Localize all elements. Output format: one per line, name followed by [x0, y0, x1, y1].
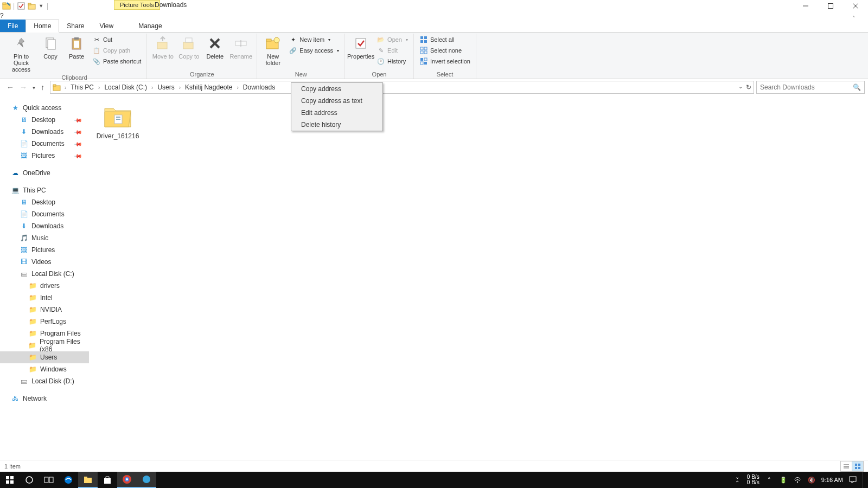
icons-view-button[interactable]: [852, 461, 864, 472]
up-button[interactable]: ↑: [41, 83, 44, 92]
back-button[interactable]: ←: [7, 83, 14, 92]
paste-button[interactable]: Paste: [64, 34, 89, 61]
wifi-icon[interactable]: [793, 477, 802, 483]
new-folder-button[interactable]: New folder: [260, 34, 285, 67]
tree-pc-pictures[interactable]: 🖼Pictures: [0, 244, 89, 256]
tree-pc-videos[interactable]: 🎞Videos: [0, 256, 89, 268]
chevron-right-icon[interactable]: ›: [97, 85, 101, 91]
move-to-button[interactable]: Move to: [150, 34, 175, 61]
help-icon[interactable]: ?: [0, 12, 4, 20]
tree-onedrive[interactable]: ☁OneDrive: [0, 167, 89, 179]
show-desktop-button[interactable]: [863, 472, 866, 488]
copy-path-button[interactable]: 📋Copy path: [90, 46, 143, 55]
tree-qa-desktop[interactable]: 🖥Desktop📌: [0, 114, 89, 126]
ribbon-collapse-icon[interactable]: ˄: [852, 15, 855, 21]
chevron-right-icon[interactable]: ›: [178, 85, 182, 91]
tree-c-drivers[interactable]: 📁drivers: [0, 280, 89, 292]
cut-button[interactable]: ✂Cut: [90, 35, 143, 44]
svg-rect-35: [424, 58, 427, 61]
rename-button[interactable]: Rename: [228, 34, 253, 61]
open-button[interactable]: 📂Open▾: [374, 35, 410, 44]
properties-button[interactable]: Properties: [348, 34, 373, 61]
select-none-button[interactable]: Select none: [417, 46, 473, 55]
taskbar-edge[interactable]: [59, 472, 78, 488]
tree-c-windows[interactable]: 📁Windows: [0, 363, 89, 375]
tree-pc-downloads[interactable]: ⬇Downloads: [0, 220, 89, 232]
tree-pc-documents[interactable]: 📄Documents: [0, 208, 89, 220]
tab-share[interactable]: Share: [59, 20, 92, 32]
tree-c-users[interactable]: 📁Users: [0, 351, 89, 363]
content-pane[interactable]: Driver_161216: [89, 95, 868, 435]
minimize-button[interactable]: [793, 0, 818, 12]
search-input[interactable]: [760, 84, 861, 91]
new-folder-qat-icon[interactable]: [28, 2, 36, 10]
address-bar[interactable]: › This PC › Local Disk (C:) › Users › Ks…: [50, 81, 754, 94]
tree-pc-desktop[interactable]: 🖥Desktop: [0, 196, 89, 208]
context-copy-address[interactable]: Copy address: [291, 83, 382, 95]
tree-c-intel[interactable]: 📁Intel: [0, 292, 89, 304]
tab-view[interactable]: View: [92, 20, 121, 32]
clock[interactable]: 9:16 AM: [821, 477, 843, 483]
tab-file[interactable]: File: [0, 20, 25, 32]
invert-selection-button[interactable]: Invert selection: [417, 56, 473, 66]
easy-access-button[interactable]: 🔗Easy access▾: [286, 46, 341, 55]
context-delete-history[interactable]: Delete history: [291, 119, 382, 131]
tab-manage[interactable]: Manage: [131, 20, 169, 32]
tree-c-program-files-x86[interactable]: 📁Program Files (x86: [0, 339, 89, 351]
forward-button[interactable]: →: [20, 83, 27, 92]
task-view-button[interactable]: [39, 472, 59, 488]
details-view-button[interactable]: [840, 461, 852, 472]
tree-pc-local-disk-c[interactable]: 🖴Local Disk (C:): [0, 268, 89, 280]
chevron-right-icon[interactable]: ›: [235, 85, 239, 91]
tree-qa-documents[interactable]: 📄Documents📌: [0, 138, 89, 150]
address-history-dropdown[interactable]: ⌄: [738, 84, 743, 91]
search-box[interactable]: 🔍: [756, 81, 865, 94]
maximize-button[interactable]: [818, 0, 843, 12]
tree-c-perflogs[interactable]: 📁PerfLogs: [0, 316, 89, 328]
copy-button[interactable]: Copy: [38, 34, 63, 61]
refresh-button[interactable]: ↻: [746, 84, 751, 91]
action-center-icon[interactable]: [848, 476, 857, 484]
tree-qa-downloads[interactable]: ⬇Downloads📌: [0, 126, 89, 138]
edit-button[interactable]: ✎Edit: [374, 46, 410, 55]
properties-checkbox-icon[interactable]: [17, 2, 25, 10]
recent-locations-button[interactable]: ▾: [33, 85, 35, 91]
chevron-right-icon[interactable]: ›: [150, 85, 154, 91]
tree-quick-access[interactable]: ★Quick access: [0, 102, 89, 114]
select-all-button[interactable]: Select all: [417, 35, 473, 44]
context-edit-address[interactable]: Edit address: [291, 107, 382, 119]
file-item[interactable]: Driver_161216: [93, 102, 142, 140]
pin-to-quick-access-button[interactable]: Pin to Quick access: [5, 34, 37, 74]
close-button[interactable]: [843, 0, 868, 12]
tree-c-nvidia[interactable]: 📁NVIDIA: [0, 304, 89, 316]
paste-shortcut-button[interactable]: 📎Paste shortcut: [90, 56, 143, 66]
breadcrumb-downloads[interactable]: Downloads: [242, 84, 276, 91]
taskbar-explorer[interactable]: [78, 472, 98, 488]
tray-chevron-up-icon[interactable]: ˄: [765, 477, 774, 484]
qat-dropdown-icon[interactable]: ▼: [39, 3, 43, 9]
tree-pc-music[interactable]: 🎵Music: [0, 232, 89, 244]
tab-home[interactable]: Home: [25, 20, 59, 33]
history-button[interactable]: 🕑History: [374, 56, 410, 66]
copy-to-button[interactable]: Copy to: [176, 34, 201, 61]
delete-button[interactable]: Delete: [202, 34, 227, 61]
taskbar-chrome[interactable]: [117, 472, 137, 488]
breadcrumb-local-disk-c[interactable]: Local Disk (C:): [103, 84, 148, 91]
chevron-right-icon[interactable]: ›: [63, 85, 67, 91]
battery-icon[interactable]: 🔋: [779, 477, 788, 484]
new-item-button[interactable]: ✦New item▾: [286, 35, 341, 44]
tree-pc-local-disk-d[interactable]: 🖴Local Disk (D:): [0, 375, 89, 387]
volume-muted-icon[interactable]: 🔇: [807, 477, 816, 484]
context-copy-address-text[interactable]: Copy address as text: [291, 95, 382, 107]
breadcrumb-users[interactable]: Users: [156, 84, 175, 91]
tree-network[interactable]: 🖧Network: [0, 393, 89, 404]
start-button[interactable]: [0, 472, 20, 488]
tree-qa-pictures[interactable]: 🖼Pictures📌: [0, 150, 89, 162]
taskbar-store[interactable]: [98, 472, 117, 488]
breadcrumb-user-folder[interactable]: Kshitij Nagdeote: [184, 84, 233, 91]
cortana-button[interactable]: [20, 472, 39, 488]
tree-this-pc[interactable]: 💻This PC: [0, 184, 89, 196]
tray-expand-icon[interactable]: ⌄⌃: [733, 474, 742, 486]
taskbar-app[interactable]: [137, 472, 156, 488]
breadcrumb-this-pc[interactable]: This PC: [69, 84, 95, 91]
